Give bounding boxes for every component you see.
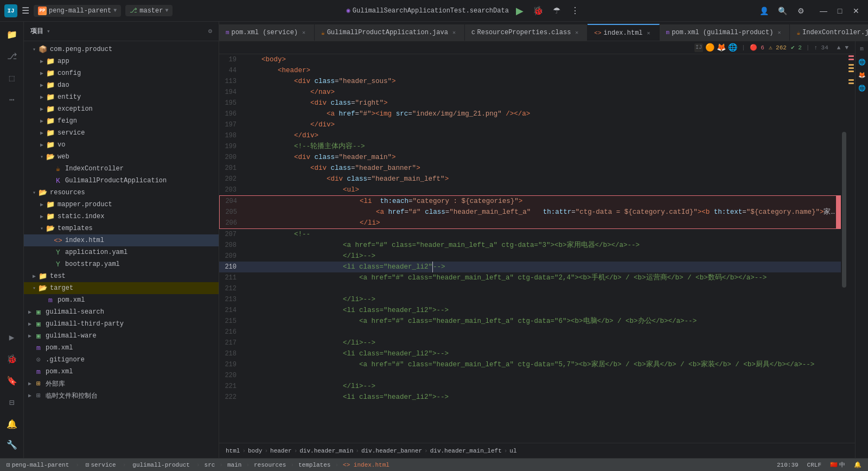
warning-indicator[interactable]: ⚠ 262 bbox=[769, 44, 787, 51]
breadcrumb-header-banner[interactable]: div.header_banner bbox=[361, 448, 422, 454]
activity-project[interactable]: 📁 bbox=[2, 25, 22, 44]
far-right-btn-4[interactable]: 🌐 bbox=[857, 82, 867, 93]
breadcrumb-html[interactable]: html bbox=[226, 448, 240, 454]
tab-resource-props[interactable]: C ResourceProperties.class ✕ bbox=[465, 24, 588, 41]
project-selector[interactable]: PP peng-mall-parent ▼ bbox=[34, 5, 121, 17]
sidebar-item-com-peng-product[interactable]: ▾ 📦 com.peng.product bbox=[24, 43, 219, 55]
minimize-button[interactable]: — bbox=[816, 3, 831, 18]
sidebar-item-feign[interactable]: ▶ 📁 feign bbox=[24, 115, 219, 127]
tab-close-icon[interactable]: ✕ bbox=[450, 29, 458, 36]
sidebar-settings-icon[interactable]: ⚙ bbox=[208, 27, 212, 35]
sidebar-item-config[interactable]: ▶ 📁 config bbox=[24, 67, 219, 79]
sidebar-item-gulimall-ware[interactable]: ▶ ▣ gulimall-ware bbox=[24, 330, 219, 342]
status-notifications[interactable]: 🔔 bbox=[852, 461, 864, 468]
ok-indicator[interactable]: ✔ 2 bbox=[791, 44, 802, 51]
line-content[interactable]: <ul> bbox=[243, 184, 833, 195]
sidebar-item-gitignore[interactable]: ⊙ .gitignore bbox=[24, 354, 219, 366]
scroll-down-icon[interactable]: ▼ bbox=[845, 44, 848, 51]
branch-selector[interactable]: ⎇ master ▼ bbox=[125, 5, 173, 16]
more-run-button[interactable]: ⋮ bbox=[567, 3, 583, 18]
line-content[interactable]: <div class="header_sous"> bbox=[243, 76, 833, 87]
line-content[interactable] bbox=[243, 327, 833, 338]
breadcrumb-ul[interactable]: ul bbox=[509, 448, 516, 454]
line-content[interactable]: </div> bbox=[243, 130, 833, 141]
activity-more[interactable]: ⋯ bbox=[2, 90, 22, 110]
activity-structure[interactable]: ⬚ bbox=[2, 68, 22, 88]
vertical-scrollbar[interactable] bbox=[841, 54, 847, 443]
sidebar-item-application-yaml[interactable]: Y application.yaml bbox=[24, 246, 219, 258]
tab-close-icon[interactable]: ✕ bbox=[775, 29, 783, 36]
line-content[interactable]: <div class="header_main_left"> bbox=[243, 174, 833, 184]
tab-pom-service[interactable]: m pom.xml (service) ✕ bbox=[219, 24, 315, 41]
activity-terminal[interactable]: ⊟ bbox=[2, 393, 22, 412]
sidebar-item-static-index[interactable]: ▶ 📁 static.index bbox=[24, 211, 219, 222]
line-content[interactable]: </li>--> bbox=[243, 338, 833, 348]
activity-debug[interactable]: 🐞 bbox=[2, 349, 22, 369]
line-content[interactable]: </li>--> bbox=[243, 251, 833, 262]
tab-close-icon[interactable]: ✕ bbox=[645, 29, 653, 37]
far-right-btn-2[interactable]: 🌐 bbox=[857, 56, 867, 67]
menu-icon[interactable]: ☰ bbox=[22, 5, 29, 16]
sidebar-item-resources[interactable]: ▾ 📂 resources bbox=[24, 187, 219, 199]
run-button[interactable]: ▶ bbox=[512, 3, 527, 18]
line-content[interactable]: <!--轮播主体内容--> bbox=[243, 141, 833, 152]
line-content[interactable]: <header> bbox=[243, 65, 833, 76]
breadcrumb-header-main-left[interactable]: div.header_main_left bbox=[430, 448, 502, 454]
far-right-btn-1[interactable]: m bbox=[857, 43, 867, 54]
sidebar-item-root-pom[interactable]: m pom.xml bbox=[24, 342, 219, 354]
activity-run[interactable]: ▶ bbox=[2, 328, 22, 347]
line-content[interactable]: <div class="right"> bbox=[243, 98, 833, 109]
sidebar-item-test[interactable]: ▶ 📁 test bbox=[24, 270, 219, 282]
search-icon[interactable]: 🔍 bbox=[775, 3, 790, 18]
line-content[interactable] bbox=[243, 370, 833, 381]
line-content[interactable]: <body> bbox=[243, 54, 833, 65]
line-content[interactable]: <li class="header_li2" --> bbox=[243, 262, 833, 272]
line-content[interactable]: <li class="header_li2">--> bbox=[243, 348, 833, 359]
line-content[interactable]: <div class="header_main"> bbox=[243, 152, 833, 163]
settings-icon[interactable]: ⚙ bbox=[793, 3, 808, 18]
coverage-button[interactable]: ☂ bbox=[549, 3, 564, 18]
tab-product-app[interactable]: ☕ GulimallProductApplication.java ✕ bbox=[315, 24, 465, 41]
code-scroll-area[interactable]: 19 <body> 44 <header> 11 bbox=[219, 54, 841, 443]
sidebar-item-gulimall-third-party[interactable]: ▶ ▣ gulimall-third-party bbox=[24, 318, 219, 330]
tab-close-icon[interactable]: ✕ bbox=[573, 29, 580, 36]
tab-index-html[interactable]: <> index.html ✕ bbox=[588, 24, 659, 41]
sidebar-item-index-controller[interactable]: ☕ IndexController bbox=[24, 163, 219, 175]
status-encoding[interactable]: CRLF bbox=[805, 462, 824, 468]
line-content[interactable]: </nav> bbox=[243, 87, 833, 98]
activity-vcs[interactable]: ⎇ bbox=[2, 47, 22, 66]
line-content[interactable] bbox=[243, 283, 833, 294]
status-module[interactable]: ⊡ service bbox=[84, 461, 118, 468]
maximize-button[interactable]: □ bbox=[832, 3, 847, 18]
line-content[interactable]: </li>--> bbox=[243, 381, 833, 392]
sidebar-item-service[interactable]: ▶ 📁 service bbox=[24, 127, 219, 139]
sidebar-item-external-libs[interactable]: ▶ ⊞ 外部库 bbox=[24, 378, 219, 390]
sidebar-item-target[interactable]: ▾ 📂 target bbox=[24, 282, 219, 294]
sidebar-item-gulimall-search[interactable]: ▶ ▣ gulimall-search bbox=[24, 306, 219, 318]
sidebar-item-templates[interactable]: ▾ 📂 templates bbox=[24, 222, 219, 234]
tab-close-icon[interactable]: ✕ bbox=[300, 29, 308, 36]
breadcrumb-header[interactable]: header bbox=[270, 448, 292, 454]
line-content[interactable]: <a href="#"><img src="index/img/img_21.p… bbox=[243, 109, 833, 119]
tab-index-controller[interactable]: ☕ IndexController.java ✕ bbox=[790, 24, 868, 41]
sidebar-item-app[interactable]: ▶ 📁 app bbox=[24, 55, 219, 67]
breadcrumb-body[interactable]: body bbox=[248, 448, 262, 454]
line-content[interactable]: <a href="#" class="header_main_left_a" c… bbox=[243, 240, 833, 251]
error-indicator[interactable]: 🔴 6 bbox=[750, 44, 764, 51]
line-content[interactable]: <li class="header_li2">--> bbox=[243, 305, 833, 316]
line-content[interactable]: <a href="#" class="header_main_left_a" c… bbox=[243, 316, 833, 327]
scrollbar-thumb[interactable] bbox=[842, 132, 846, 287]
activity-bottom[interactable]: 🔧 bbox=[2, 435, 22, 455]
debug-button[interactable]: 🐞 bbox=[531, 3, 546, 18]
sidebar-item-bootstrap-yaml[interactable]: Y bootstrap.yaml bbox=[24, 258, 219, 270]
line-content[interactable]: <li th:each="category : ${categories}"> bbox=[244, 196, 836, 207]
sidebar-item-mapper-product[interactable]: ▶ 📁 mapper.product bbox=[24, 199, 219, 211]
breadcrumb-header-main[interactable]: div.header_main bbox=[299, 448, 353, 454]
line-content[interactable]: <li class="header_li2">--> bbox=[243, 392, 833, 403]
close-button[interactable]: ✕ bbox=[848, 3, 864, 18]
sidebar-item-gulimall-product-app[interactable]: K GulimallProductApplication bbox=[24, 175, 219, 187]
sidebar-item-dao[interactable]: ▶ 📁 dao bbox=[24, 79, 219, 91]
sidebar-item-index-html[interactable]: <> index.html bbox=[24, 234, 219, 246]
line-content[interactable]: </li> bbox=[244, 218, 836, 228]
tab-pom-product[interactable]: m pom.xml (gulimall-product) ✕ bbox=[660, 24, 790, 41]
